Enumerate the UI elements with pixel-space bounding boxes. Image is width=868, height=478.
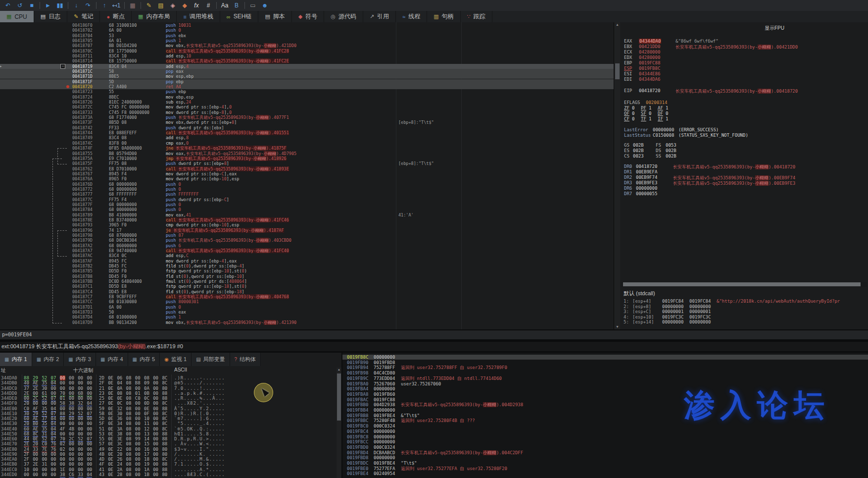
notes-icon[interactable]: ▤ [155,1,167,10]
dump-vertical-scrollbar[interactable]: ▲ [337,368,341,478]
dump-row[interactable]: 344EC0100000001E000000410E2A08001A0088..… [0,467,341,472]
fx-icon[interactable]: fx [191,1,202,10]
disasm-row[interactable]: 0041879674 17je 长安车机工具箱v5-qq2535896393(b… [0,228,614,233]
tab-CPU[interactable]: ▦CPU [0,11,34,22]
flag-name[interactable]: SF [641,111,646,116]
disasm-row[interactable]: 004187D468 01000000push 1 [0,315,614,319]
register-value[interactable]: 0019FB8C [639,66,660,71]
register-value[interactable]: 00418720 [639,88,660,93]
flag-name[interactable]: DF [658,111,663,116]
dump-row[interactable]: 344DF02000000058383204270E0C08000D008C .… [0,401,341,406]
disasm-row[interactable]: 004187AC83C4 0Cadd esp,C [0,253,614,258]
step-out-icon[interactable]: ↑ [98,1,110,10]
disasm-row[interactable]: 0041879868 87000000push 87 [0,233,614,238]
user-icon[interactable]: ☻ [259,1,271,10]
disasm-row[interactable]: 00418742FF33push dword ptr ds:[ebx] [0,125,614,130]
disasm-row[interactable]: 004187BBDC0D 64804000fmul st(0),qword pt… [0,279,614,284]
disasm-row[interactable]: 0041877268 00000000push 0 [0,187,614,192]
dump-row[interactable]: 344EB0372E3100000000004F0E2408001900887.… [0,462,341,467]
tab-断点[interactable]: ●断点 [100,11,132,22]
disasm-row[interactable]: 00418762E8 D7010000call 长安车机工具箱v5-qq2535… [0,166,614,171]
tab-跟踪[interactable]: ∵跟踪 [461,11,492,22]
disasm-row[interactable]: 0041875FFF75 08push dword ptr ss:[ebp+8]… [0,161,614,166]
dump-tab-监视 1[interactable]: ◉监视 1 [160,353,192,366]
disasm-row[interactable]: 004187C1DD5D E8fstp qword ptr ss:[ebp-18… [0,284,614,289]
disasm-vertical-scrollbar[interactable]: ▲ ▼ [614,22,621,329]
disasm-row[interactable]: 0041879D68 D0CB0304push 长安车机工具箱v5-qq2535… [0,238,614,243]
stack-row[interactable]: 0019FB8C00000000 [342,355,868,360]
tab-脚本[interactable]: ▤脚本 [258,11,291,22]
hash-icon[interactable]: # [202,1,214,10]
stack-row[interactable]: 0019FBE075277EFA返回到 user32.75277EFA 自 us… [342,466,868,471]
show-fpu-button[interactable]: 显示FPU [765,25,784,32]
tab-日志[interactable]: ▤日志 [34,11,67,22]
disasm-row[interactable]: 004187056A 01push 1 [0,38,614,43]
dump-row[interactable]: 344DB040AE3504000000002F0E0408B809008C@®… [0,380,341,385]
arrow-back-icon[interactable]: ↶ [2,1,14,10]
flag-name[interactable]: AF [658,106,663,110]
register-value[interactable]: 00421DD0 [639,44,660,49]
stack-row[interactable]: 0019FBD800000000 [342,455,868,460]
disasm-row[interactable]: 0041870453push ebx [0,33,614,38]
disasm-row[interactable]: 0041874F0F85 0A000000jne 长安车机工具箱v5-qq253… [0,146,614,151]
disasm-row[interactable]: 0041873A68 F1774000push 长安车机工具箱v5-qq2535… [0,115,614,120]
breakpoint-toggle-icon[interactable]: ▦ [127,1,139,10]
dump-row[interactable]: 344DC0372E300000000000210E0A08000A00807.… [0,386,341,391]
stack-row[interactable]: 0019FBD0000C0324 [342,445,868,450]
disasm-row[interactable]: ▸−0041871983C4 04add esp,4 [0,64,614,69]
stack-row[interactable]: 0019FB9C773EDD04返回到 ntdll.773EDD04 自 ntd… [342,376,868,381]
eraser-icon[interactable]: ◈ [167,1,179,10]
dump-tab-局部变量[interactable]: ▤局部变量 [192,353,230,366]
tab-SEH链[interactable]: ∞SEH链 [220,11,259,22]
dump-row[interactable]: 344E60440E5207702C5207550E3E0899140088D.… [0,436,341,441]
flag-name[interactable]: ZF [624,106,629,110]
disasm-row[interactable]: 004187026A 00push 0 [0,28,614,33]
flag-name[interactable]: TF [641,116,646,121]
disasm-row[interactable]: 0041871C58pop eax [0,69,614,74]
disasm-row[interactable]: 0041876A8965 F0mov dword ptr ss:[ebp-10]… [0,176,614,181]
register-value[interactable]: 04344DA6 [639,77,660,82]
dump-tab-内存 4[interactable]: ▦内存 4 [96,353,128,366]
stack-row[interactable]: 0019FBE400240954 [342,471,868,476]
dump-row[interactable]: 344E8024337E7602000000490E220800160080$3… [0,447,341,452]
step-into-icon[interactable]: ↓ [70,1,82,10]
tab-句柄[interactable]: ▥句柄 [427,11,460,22]
dump-row[interactable]: 344E3020B03504000000005F0E34080011008C °… [0,421,341,426]
disasm-row[interactable]: 0041875AE9 C7010000jmp 长安车机工具箱v5-qq25358… [0,156,614,161]
stack-row[interactable]: 0019FB900019FBD8 [342,360,868,365]
step-over-icon[interactable]: ↷ [82,1,94,10]
disasm-row[interactable]: 0041878EE8 B3740000call 长安车机工具箱v5-qq2535… [0,217,614,222]
dump-row[interactable]: 344DE0002C520701000000250E0E08C00C0088.,… [0,396,341,401]
disasm-row[interactable]: 0041874983C4 08add esp,8 [0,135,614,140]
segment-value[interactable]: 002B [633,148,644,153]
segment-value[interactable]: 0023 [633,154,644,159]
tab-笔记[interactable]: ✎笔记 [67,11,100,22]
disasm-row[interactable]: 00418755B8 05794D00mov eax,长安车机工具箱v5-qq2… [0,151,614,156]
disasm-row[interactable]: 0041877768 FFFFFFFFpush FFFFFFFF [0,192,614,197]
bold-icon[interactable]: B [231,1,242,10]
segment-value[interactable]: 002B [666,148,676,153]
tab-调用堆栈[interactable]: ≡调用堆栈 [177,11,220,22]
disasm-row[interactable]: 0041872681EC 24000000sub esp,24 [0,100,614,105]
disasm-row[interactable]: 004187678945 F4mov dword ptr ss:[ebp-C],… [0,171,614,176]
dump-row[interactable]: 344EA02F000000000000004D0E26080018008C/.… [0,457,341,462]
stack-row[interactable]: 0019FB94752788FF返回到 user32.752788FF 自 us… [342,365,868,370]
lasterror-value[interactable]: 00000000 [653,127,674,132]
flag-name[interactable]: OF [624,111,629,116]
run-icon[interactable]: ► [42,1,54,10]
disasm-row[interactable]: 004187B8DD45 F0fld st(0),qword ptr ss:[e… [0,274,614,279]
dump-row[interactable]: 344DA088295207000000002D0E06080008008C.)… [0,375,341,380]
debug-register-value[interactable]: 00EB9EFA [636,169,657,174]
disasm-row[interactable]: 0041874C83F8 00cmp eax,0 [0,141,614,146]
disasm-row[interactable]: 00418720C2 A400ret A4 [0,84,614,89]
debug-register-value[interactable]: 00EB9F74 [636,175,657,180]
register-value[interactable]: 04344DA0 [639,39,661,44]
font-icon[interactable]: Aa [219,1,231,10]
flag-name[interactable]: IF [658,116,663,121]
dump-row[interactable]: 344E2060AE3704000000005D0E36080010008C`®… [0,416,341,421]
dump-row[interactable]: 344E1030295207882952075B0E3008000F008C0)… [0,411,341,416]
disasm-row[interactable]: 004187D350push eax [0,310,614,315]
collapse-box-icon[interactable]: − [60,64,65,69]
stack-row[interactable]: 0019FB9804C4CD80 [342,371,868,375]
laststatus-value[interactable]: C0150008 [653,133,674,138]
